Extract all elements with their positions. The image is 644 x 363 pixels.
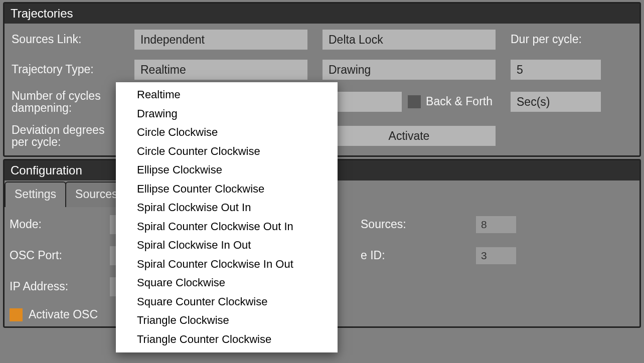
spacer <box>511 126 611 146</box>
dropdown-item[interactable]: Triangle Clockwise <box>116 311 338 330</box>
num-cycles-input[interactable] <box>327 92 402 112</box>
dropdown-item[interactable]: Ellipse Clockwise <box>116 160 338 179</box>
osc-port-label: OSC Port: <box>10 249 95 262</box>
trajectory-type-label: Trajectory Type: <box>12 63 119 76</box>
trajectories-header: Trajectories <box>5 4 639 24</box>
tab-sources-label: Sources <box>75 188 117 201</box>
dropdown-item[interactable]: Realtime <box>116 85 338 104</box>
dur-unit-value: Sec(s) <box>517 95 550 109</box>
delta-lock-label: Delta Lock <box>329 33 383 47</box>
trajectory-type-select[interactable]: Realtime <box>134 60 307 80</box>
deviation-label: Deviation degrees per cycle: <box>12 124 119 148</box>
activate-button[interactable]: Activate <box>323 126 496 146</box>
activate-osc-checkbox[interactable] <box>10 308 23 321</box>
dropdown-item[interactable]: Drawing <box>116 104 338 123</box>
num-cycles-label: Number of cycles dampening: <box>12 90 119 114</box>
mode-label: Mode: <box>10 218 95 231</box>
sources-count-value: 8 <box>481 219 487 231</box>
trajectory-type-value: Realtime <box>140 63 186 77</box>
dropdown-item[interactable]: Spiral Clockwise In Out <box>116 236 338 255</box>
delta-lock-field[interactable]: Delta Lock <box>323 30 496 50</box>
drawing-value: Drawing <box>329 63 371 77</box>
source-id-input[interactable]: 3 <box>476 247 516 264</box>
drawing-field[interactable]: Drawing <box>323 60 496 80</box>
sources-link-label: Sources Link: <box>12 33 119 46</box>
dropdown-item[interactable]: Ellipse Counter Clockwise <box>116 179 338 199</box>
ip-address-label: IP Address: <box>10 280 95 293</box>
back-forth-row: Back & Forth <box>323 92 496 112</box>
back-forth-checkbox[interactable] <box>408 95 421 108</box>
tab-settings-label: Settings <box>15 188 56 201</box>
dropdown-item[interactable]: Square Clockwise <box>116 273 338 292</box>
dropdown-item[interactable]: Square Counter Clockwise <box>116 292 338 311</box>
dur-unit-select[interactable]: Sec(s) <box>511 92 601 112</box>
dropdown-item[interactable]: Spiral Counter Clockwise Out In <box>116 217 338 236</box>
source-id-label: e ID: <box>361 249 461 262</box>
dropdown-item[interactable]: Circle Counter Clockwise <box>116 142 338 161</box>
sources-count-label: Sources: <box>361 218 461 231</box>
dropdown-item[interactable]: Triangle Counter Clockwise <box>116 330 338 349</box>
back-forth-label: Back & Forth <box>426 95 493 108</box>
trajectory-type-dropdown[interactable]: RealtimeDrawingCircle ClockwiseCircle Co… <box>116 82 338 352</box>
sources-link-value: Independent <box>140 33 205 47</box>
dropdown-item[interactable]: Spiral Counter Clockwise In Out <box>116 255 338 274</box>
dur-per-cycle-input[interactable]: 5 <box>511 60 601 80</box>
dropdown-item[interactable]: Spiral Clockwise Out In <box>116 198 338 217</box>
activate-label: Activate <box>389 129 430 143</box>
source-id-value: 3 <box>481 250 487 262</box>
dur-per-cycle-label: Dur per cycle: <box>511 33 611 46</box>
dropdown-item[interactable]: Circle Clockwise <box>116 123 338 142</box>
activate-osc-label: Activate OSC <box>29 308 98 321</box>
tab-settings[interactable]: Settings <box>5 182 66 207</box>
sources-count-input[interactable]: 8 <box>476 216 516 233</box>
sources-link-select[interactable]: Independent <box>134 30 307 50</box>
dur-per-cycle-value: 5 <box>517 63 523 77</box>
